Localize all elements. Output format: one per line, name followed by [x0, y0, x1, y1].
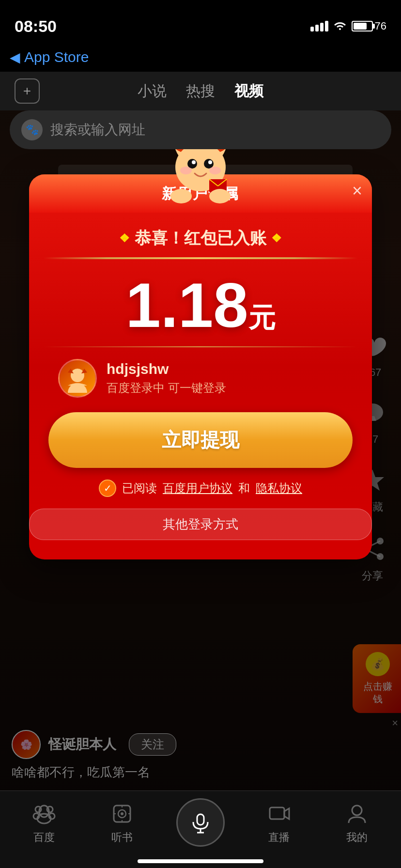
svg-point-13 — [204, 159, 214, 169]
congrats-text: ❖ 恭喜！红包已入账 ❖ — [29, 227, 372, 249]
red-envelope-popup: 新用户专属 × ❖ 恭喜！红包已入账 ❖ 1.18元 — [29, 174, 372, 559]
wifi-icon — [333, 19, 347, 33]
nav-baidu[interactable]: 百度 — [5, 800, 83, 845]
svg-point-26 — [35, 806, 41, 812]
agreement-link1[interactable]: 百度用户协议 — [163, 480, 232, 496]
tab-novel[interactable]: 小说 — [138, 81, 167, 101]
back-arrow-icon: ◀ — [10, 49, 20, 65]
nav-live[interactable]: 直播 — [240, 800, 318, 845]
user-details: hdjsjshw 百度登录中 可一键登录 — [107, 361, 343, 396]
svg-point-17 — [209, 167, 221, 174]
search-bar[interactable]: 🐾 搜索或输入网址 — [10, 110, 391, 149]
agreement-check-icon[interactable]: ✓ — [99, 480, 116, 497]
signal-icon — [310, 21, 328, 31]
svg-point-12 — [187, 159, 197, 169]
app-store-back-bar[interactable]: ◀ App Store — [0, 43, 401, 72]
agreement-link2[interactable]: 隐私协议 — [256, 480, 302, 496]
other-login-button[interactable]: 其他登录方式 — [29, 509, 372, 540]
user-info-row: hdjsjshw 百度登录中 可一键登录 — [29, 359, 372, 398]
deco-left: ❖ — [119, 232, 130, 245]
browser-nav: + 小说 热搜 视频 — [0, 72, 401, 110]
agreement-row: ✓ 已阅读 百度用户协议 和 隐私协议 — [29, 480, 372, 497]
amount-number: 1.18 — [125, 270, 248, 341]
bottom-navigation: 百度 听书 直播 — [0, 790, 401, 868]
new-tab-button[interactable]: + — [15, 78, 40, 104]
live-icon — [265, 800, 293, 827]
withdraw-button[interactable]: 立即提现 — [48, 412, 353, 468]
nav-live-label: 直播 — [268, 830, 290, 845]
user-name: hdjsjshw — [107, 361, 343, 377]
nav-mic[interactable] — [161, 798, 240, 847]
gold-divider — [29, 346, 372, 347]
search-placeholder: 搜索或输入网址 — [50, 121, 145, 139]
nav-audiobook-label: 听书 — [111, 830, 133, 845]
svg-point-22 — [209, 189, 231, 203]
nav-audiobook[interactable]: 听书 — [83, 800, 162, 845]
withdraw-label: 立即提现 — [162, 429, 239, 450]
agreement-middle: 和 — [238, 480, 250, 496]
user-avatar — [58, 359, 97, 398]
amount-unit: 元 — [248, 302, 276, 333]
svg-point-16 — [180, 167, 192, 174]
home-indicator — [138, 859, 263, 863]
svg-rect-37 — [270, 807, 284, 819]
svg-point-30 — [37, 814, 51, 823]
agreement-prefix: 已阅读 — [122, 480, 157, 496]
svg-point-15 — [208, 160, 212, 164]
tab-hot-search[interactable]: 热搜 — [186, 81, 215, 101]
search-paw-icon: 🐾 — [21, 119, 43, 140]
battery-indicator: 76 — [352, 20, 386, 32]
svg-point-21 — [170, 189, 192, 203]
amount-display: 1.18元 — [29, 259, 372, 346]
svg-point-23 — [71, 369, 84, 382]
nav-baidu-label: 百度 — [33, 830, 55, 845]
nav-profile[interactable]: 我的 — [318, 800, 396, 845]
congrats-label: 恭喜！红包已入账 — [135, 227, 266, 249]
mic-button[interactable] — [176, 798, 225, 847]
svg-point-33 — [121, 812, 123, 815]
svg-point-27 — [47, 806, 53, 812]
user-subtitle: 百度登录中 可一键登录 — [107, 380, 343, 396]
close-button[interactable]: × — [352, 182, 362, 200]
nav-profile-label: 我的 — [346, 830, 368, 845]
app-store-label: App Store — [24, 49, 89, 65]
audiobook-icon — [108, 800, 136, 827]
svg-point-38 — [352, 806, 362, 815]
nav-tabs: 小说 热搜 视频 — [138, 81, 263, 101]
baidu-icon — [31, 800, 58, 827]
svg-point-14 — [192, 160, 196, 164]
battery-level: 76 — [375, 20, 386, 32]
svg-rect-34 — [197, 814, 204, 825]
status-time: 08:50 — [15, 17, 57, 36]
tab-video[interactable]: 视频 — [234, 81, 263, 101]
deco-right: ❖ — [271, 232, 282, 245]
status-bar: 08:50 76 — [0, 0, 401, 43]
status-icons: 76 — [310, 19, 386, 33]
profile-icon — [343, 800, 370, 827]
